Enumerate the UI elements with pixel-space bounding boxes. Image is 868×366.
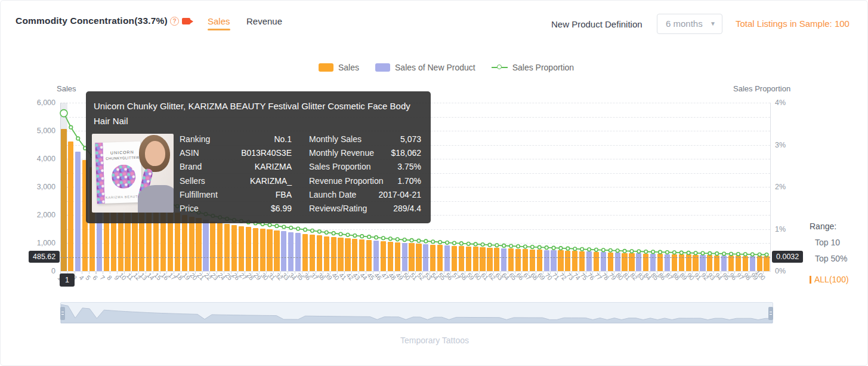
- line-point: [353, 234, 357, 238]
- tooltip-field-label: ASIN: [180, 146, 199, 160]
- tooltip-field-label: Monthly Revenue: [309, 146, 374, 160]
- new-product-definition-select[interactable]: 6 months ▼: [657, 14, 722, 34]
- tooltip-field-value: 5,073: [400, 133, 421, 146]
- tab-revenue[interactable]: Revenue: [246, 16, 282, 26]
- x-tick-label: 8: [106, 274, 113, 282]
- video-camera-icon[interactable]: [182, 18, 190, 24]
- range-option-top50[interactable]: Top 50%: [815, 254, 847, 263]
- tooltip-field-label: Reviews/Rating: [309, 202, 367, 216]
- y-tick-label: 0: [18, 267, 55, 275]
- tooltip-field-value: No.1: [274, 133, 292, 146]
- line-point: [566, 247, 570, 250]
- tooltip-field-label: Sellers: [180, 174, 205, 188]
- commodity-concentration-card: Commodity Concentration(33.7%) ? Sales R…: [0, 0, 868, 366]
- line-point: [687, 251, 690, 255]
- line-point: [694, 251, 697, 255]
- x-axis-labels: 1234567891011121314151617181920212223242…: [60, 273, 770, 299]
- tooltip-field-value: 3.75%: [397, 160, 421, 174]
- tooltip-column-right: Monthly Sales5,073Monthly Revenue$18,062…: [309, 133, 421, 216]
- line-point: [396, 238, 399, 241]
- line-point: [730, 253, 733, 256]
- tooltip-row: Price$6.99: [180, 202, 292, 216]
- left-axis-title: Sales: [57, 84, 76, 93]
- y-tick-label: 2%: [775, 183, 804, 191]
- datazoom-slider[interactable]: [60, 302, 773, 324]
- line-point: [481, 243, 484, 247]
- line-point: [453, 241, 456, 245]
- glitter-oval: [112, 164, 136, 189]
- line-point: [538, 245, 541, 249]
- line-point: [296, 227, 300, 230]
- line-point: [76, 137, 80, 140]
- line-point: [595, 248, 598, 251]
- line-point: [580, 247, 584, 251]
- range-option-top10[interactable]: Top 10: [815, 238, 840, 247]
- product-box: UNICORN CHUNKYGLITTER KARIZMA BEAUTY: [95, 142, 143, 204]
- line-point: [460, 242, 464, 245]
- tooltip-row: Reviews/Rating289/4.4: [309, 202, 421, 216]
- tooltip-field-value: 2017-04-21: [378, 188, 421, 202]
- tooltip-row: Monthly Revenue$18,062: [309, 146, 421, 160]
- range-title: Range:: [810, 222, 836, 231]
- line-point: [488, 243, 492, 247]
- legend-item-proportion[interactable]: Sales Proportion: [492, 63, 574, 72]
- range-option-all[interactable]: ALL(100): [810, 275, 849, 284]
- tooltip-field-label: Launch Date: [309, 188, 356, 202]
- tooltip-column-left: RankingNo.1ASINB013R40S3EBrandKARIZMASel…: [180, 133, 292, 216]
- datazoom-right-handle[interactable]: [768, 307, 773, 320]
- line-point: [275, 224, 279, 228]
- line-point: [616, 249, 619, 253]
- line-point: [623, 250, 626, 253]
- page-title: Commodity Concentration(33.7%): [16, 16, 168, 26]
- line-point: [495, 244, 499, 247]
- y-tick-label: 4%: [775, 99, 804, 107]
- tooltip-field-value: KARIZMA_: [250, 174, 292, 188]
- tooltip-field-value: $6.99: [271, 202, 292, 216]
- line-point: [325, 231, 328, 235]
- right-axis-line: [770, 103, 771, 271]
- box-maker-text: KARIZMA BEAUTY: [105, 195, 141, 199]
- tooltip-field-label: Fulfillment: [180, 188, 218, 202]
- glitter-edge: [95, 143, 105, 204]
- tooltip-row: Sales Proportion3.75%: [309, 160, 421, 174]
- line-point: [367, 235, 371, 239]
- y-tick-label: 4,000: [18, 155, 55, 163]
- datazoom-left-handle[interactable]: [60, 307, 65, 320]
- legend-label: Sales: [338, 63, 359, 72]
- y-tick-label: 6,000: [18, 99, 55, 107]
- line-point: [268, 223, 271, 227]
- category-label: Temporary Tattoos: [1, 336, 868, 345]
- legend-item-new-product[interactable]: Sales of New Product: [375, 63, 475, 72]
- legend-label: Sales of New Product: [395, 63, 475, 72]
- line-point: [389, 237, 393, 241]
- line-point: [602, 248, 606, 252]
- line-point: [304, 228, 307, 232]
- line-point: [289, 226, 293, 230]
- line-point: [431, 240, 435, 244]
- line-point: [637, 250, 641, 253]
- chevron-down-icon: ▼: [710, 14, 716, 33]
- line-point: [644, 250, 648, 254]
- line-point: [474, 242, 477, 246]
- line-point: [659, 250, 662, 254]
- help-question-icon[interactable]: ?: [170, 17, 179, 26]
- tooltip-field-label: Monthly Sales: [309, 133, 362, 146]
- tab-sales[interactable]: Sales: [208, 16, 230, 26]
- sales-swatch-icon: [319, 63, 333, 72]
- line-point: [737, 253, 740, 256]
- tooltip-row: Launch Date2017-04-21: [309, 188, 421, 202]
- tooltip-field-value: 1.70%: [397, 174, 421, 188]
- line-point: [524, 245, 527, 248]
- legend-item-sales[interactable]: Sales: [319, 63, 359, 72]
- line-point: [424, 239, 428, 243]
- line-point: [651, 250, 655, 254]
- y-tick-label: 1,000: [18, 239, 55, 247]
- range-all-label: ALL(100): [814, 275, 849, 284]
- tooltip-field-label: Price: [180, 202, 199, 216]
- tooltip-field-value: B013R40S3E: [241, 146, 292, 160]
- line-point: [339, 232, 342, 236]
- total-listings-label: Total Listings in Sample: 100: [736, 19, 850, 29]
- line-point: [588, 248, 591, 251]
- model-face: [145, 141, 165, 166]
- crosshair-x-badge: 1: [60, 273, 75, 287]
